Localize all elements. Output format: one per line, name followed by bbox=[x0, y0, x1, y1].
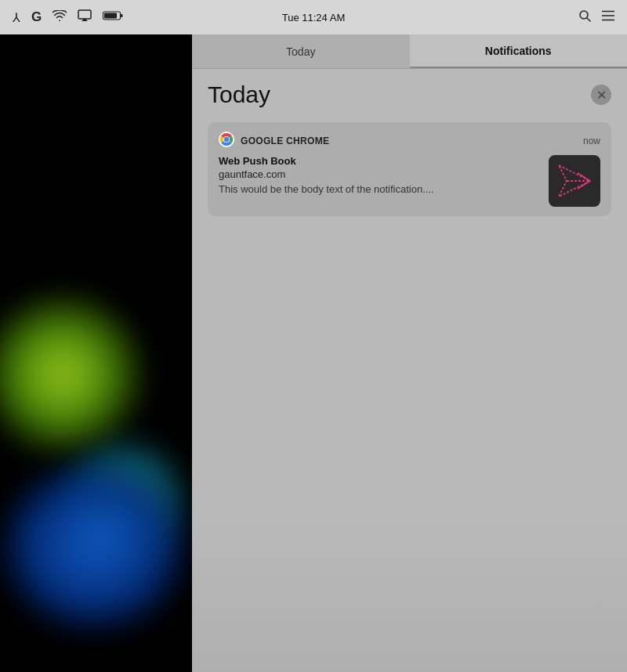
today-header: Today ✕ bbox=[208, 81, 611, 108]
svg-line-5 bbox=[587, 18, 590, 21]
notification-card[interactable]: GOOGLE CHROME now Web Push Book gauntfac… bbox=[208, 122, 611, 216]
notification-app-info: GOOGLE CHROME bbox=[219, 132, 329, 150]
search-icon[interactable] bbox=[578, 9, 591, 25]
chrome-app-icon bbox=[219, 132, 234, 150]
menu-icon[interactable] bbox=[602, 10, 614, 24]
notification-header: GOOGLE CHROME now bbox=[219, 132, 600, 150]
notification-app-name: GOOGLE CHROME bbox=[241, 135, 329, 146]
close-button[interactable]: ✕ bbox=[591, 85, 611, 105]
today-title: Today bbox=[208, 81, 270, 108]
tab-notifications[interactable]: Notifications bbox=[410, 34, 628, 68]
airplay-icon[interactable] bbox=[78, 9, 92, 25]
notification-time: now bbox=[583, 135, 600, 146]
wifi-icon[interactable] bbox=[53, 10, 67, 24]
svg-rect-3 bbox=[121, 14, 123, 17]
notification-body-text: This would be the body text of the notif… bbox=[219, 182, 541, 197]
svg-rect-2 bbox=[104, 13, 117, 19]
notification-site: gauntface.com bbox=[219, 168, 541, 180]
today-view: Today ✕ bbox=[192, 69, 627, 229]
battery-icon[interactable] bbox=[103, 10, 123, 24]
menubar-time: Tue 11:24 AM bbox=[282, 12, 345, 23]
menubar-right bbox=[578, 9, 614, 25]
nc-tabs: Today Notifications bbox=[192, 34, 627, 69]
close-icon: ✕ bbox=[596, 88, 607, 103]
notification-image bbox=[549, 155, 600, 207]
google-icon[interactable]: G bbox=[31, 9, 42, 25]
svg-point-11 bbox=[224, 137, 229, 142]
notification-center-panel: Today Notifications Today ✕ bbox=[192, 34, 627, 672]
tab-today[interactable]: Today bbox=[192, 34, 410, 68]
notification-text: Web Push Book gauntface.com This would b… bbox=[219, 155, 541, 197]
wallpaper bbox=[0, 34, 192, 672]
svg-rect-0 bbox=[78, 10, 91, 19]
smoke-green bbox=[0, 296, 141, 453]
notification-body: Web Push Book gauntface.com This would b… bbox=[219, 155, 600, 207]
smoke-blue bbox=[8, 468, 180, 625]
fork-icon[interactable]: ⅄ bbox=[13, 10, 20, 25]
menubar-left: ⅄ G bbox=[13, 9, 123, 25]
menu-bar: ⅄ G Tue 11:2 bbox=[0, 0, 627, 34]
notification-title: Web Push Book bbox=[219, 155, 541, 167]
